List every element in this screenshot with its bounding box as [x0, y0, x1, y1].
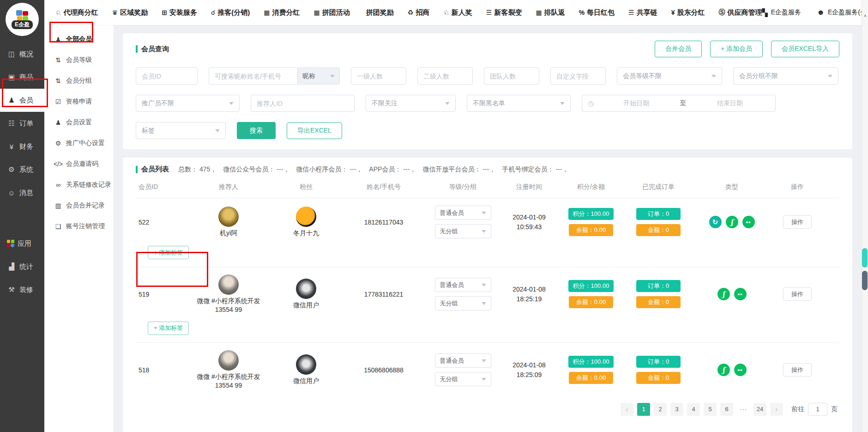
member-id-input[interactable]: [136, 67, 198, 85]
page-button-last[interactable]: 24: [753, 403, 766, 416]
submenu-all-members[interactable]: ♟全部会员: [44, 29, 114, 49]
sidebar-item-decoration[interactable]: ⚒ 装修: [0, 278, 44, 301]
topnav-consume-dividend[interactable]: ▦消费分红: [264, 8, 300, 17]
avatar[interactable]: [218, 350, 239, 371]
avatar[interactable]: [218, 274, 239, 295]
page-button-3[interactable]: 3: [670, 403, 683, 416]
add-tag-button[interactable]: + 添加标签: [148, 246, 189, 259]
brand-logo[interactable]: E企盈: [6, 3, 39, 36]
submenu-relation-log[interactable]: ∞关系链修改记录: [44, 174, 114, 195]
group-select[interactable]: 无分组: [435, 224, 491, 238]
topnav-supplier-mgmt[interactable]: Ⓢ供应商管理: [718, 8, 762, 17]
miniprogram-icon[interactable]: ʃ: [726, 216, 738, 228]
topnav-shareholder-dividend[interactable]: ¥股东分红: [671, 8, 705, 17]
export-excel-button[interactable]: 导出EXCEL: [287, 122, 342, 139]
scroll-up-icon[interactable]: ▲: [862, 13, 868, 18]
topnav-queue-return[interactable]: ▦排队返: [536, 8, 565, 17]
prev-page-button[interactable]: ‹: [621, 403, 633, 416]
start-date-placeholder[interactable]: 开始日期: [597, 99, 676, 108]
topnav-investment[interactable]: ♻招商: [408, 8, 430, 17]
service-menu[interactable]: ▚E企盈服务: [762, 8, 801, 17]
sidebar-item-messages[interactable]: ☺ 消息: [0, 181, 44, 204]
sidebar-item-finance[interactable]: ¥ 财务: [0, 135, 44, 158]
open-platform-icon[interactable]: ↻: [709, 216, 722, 228]
wechat-icon[interactable]: ••: [734, 364, 747, 376]
wechat-icon[interactable]: ••: [742, 216, 755, 228]
submenu-qualification[interactable]: ☑资格申请: [44, 91, 114, 112]
scroll-widget-teal[interactable]: [862, 248, 868, 268]
keyword-type-select[interactable]: 昵称: [297, 67, 340, 85]
page-button-5[interactable]: 5: [704, 403, 717, 416]
topnav-region-reward[interactable]: ♛区域奖励: [112, 8, 148, 17]
search-button[interactable]: 搜索: [237, 122, 276, 139]
topnav-agent-dividend[interactable]: ♘代理商分红: [55, 8, 98, 17]
level-select[interactable]: 普通会员: [435, 206, 491, 220]
topnav-newcomer-award[interactable]: ♘新人奖: [443, 8, 472, 17]
topnav-group-reward[interactable]: 拼团奖励: [364, 8, 394, 17]
row-action-button[interactable]: 操作: [783, 363, 812, 377]
level2-count-input[interactable]: [417, 67, 473, 85]
tag-select[interactable]: 标签: [136, 122, 226, 139]
end-date-placeholder[interactable]: 结束日期: [690, 99, 770, 108]
jump-page-input[interactable]: [808, 403, 827, 416]
scroll-widget-gray[interactable]: [862, 271, 868, 290]
page-button-6[interactable]: 6: [720, 403, 733, 416]
topnav-new-customer[interactable]: ☰新客裂变: [486, 8, 522, 17]
date-range-picker[interactable]: ◷ 开始日期 至 结束日期: [582, 95, 776, 112]
add-tag-button[interactable]: + 添加标签: [148, 322, 189, 335]
page-scrollbar[interactable]: ▲: [862, 0, 868, 432]
topnav-group-activity[interactable]: ▦拼团活动: [314, 8, 350, 17]
topnav-share-chain[interactable]: ☰共享链: [628, 8, 657, 17]
excel-import-button[interactable]: 会员EXCEL导入: [771, 41, 839, 57]
sidebar-item-apps[interactable]: 应用: [0, 232, 44, 255]
merge-members-button[interactable]: 合并会员: [655, 41, 702, 57]
blacklist-select[interactable]: 不限黑名单: [467, 95, 571, 112]
team-count-input[interactable]: [484, 67, 539, 85]
miniprogram-icon[interactable]: ʃ: [717, 364, 730, 376]
member-level-select[interactable]: 会员等级不限: [617, 67, 722, 85]
table-row: 518 微微 #小程序系统开发13554 99 微信用户 15086806888…: [136, 343, 839, 395]
topnav-promoter[interactable]: ☌推客(分销): [211, 8, 250, 17]
submenu-member-level[interactable]: ⇅会员等级: [44, 49, 114, 70]
add-member-button[interactable]: + 添加会员: [710, 41, 763, 57]
wechat-icon[interactable]: ••: [734, 288, 747, 300]
page-button-1[interactable]: 1: [637, 403, 650, 416]
submenu-invite-code[interactable]: </>会员邀请码: [44, 153, 114, 174]
submenu-merge-log[interactable]: ▥会员合并记录: [44, 195, 114, 216]
follow-select[interactable]: 不限关注: [366, 95, 456, 112]
group-select[interactable]: 无分组: [435, 296, 491, 310]
avatar[interactable]: [296, 279, 316, 299]
submenu-promotion-settings[interactable]: ⚙推广中心设置: [44, 133, 114, 153]
miniprogram-icon[interactable]: ʃ: [717, 288, 730, 300]
promoter-select[interactable]: 推广员不限: [136, 95, 240, 112]
avatar[interactable]: [218, 207, 239, 227]
sidebar-item-goods[interactable]: ▣ 商品: [0, 66, 44, 89]
submenu-member-group[interactable]: ⇅会员分组: [44, 70, 114, 91]
sidebar-item-orders[interactable]: ☷ 订单: [0, 112, 44, 135]
row-action-button[interactable]: 操作: [783, 215, 812, 229]
referrer-id-input[interactable]: [251, 95, 355, 112]
member-group-select[interactable]: 会员分组不限: [733, 67, 838, 85]
level-select[interactable]: 普通会员: [435, 278, 491, 292]
avatar[interactable]: [296, 207, 316, 227]
account-menu[interactable]: ☻E企盈服务(公众号管理员): [817, 8, 868, 17]
ellipsis-pages[interactable]: ···: [737, 403, 750, 416]
group-select[interactable]: 无分组: [435, 372, 491, 386]
sidebar-item-statistics[interactable]: ▟ 统计: [0, 255, 44, 278]
topnav-install-service[interactable]: ⊞安装服务: [162, 8, 197, 17]
next-page-button[interactable]: ›: [770, 403, 783, 416]
level-select[interactable]: 普通会员: [435, 353, 491, 368]
level1-count-input[interactable]: [351, 67, 406, 85]
row-action-button[interactable]: 操作: [783, 287, 812, 301]
sidebar-item-overview[interactable]: ◫ 概况: [0, 43, 44, 66]
sidebar-item-members[interactable]: ♟ 会员: [0, 89, 44, 112]
submenu-account-cancel[interactable]: ❏账号注销管理: [44, 216, 114, 237]
page-button-2[interactable]: 2: [654, 403, 667, 416]
topnav-daily-redpacket[interactable]: %每日红包: [579, 8, 615, 17]
avatar[interactable]: [296, 354, 316, 375]
submenu-member-settings[interactable]: ♟会员设置: [44, 112, 114, 133]
keyword-input[interactable]: [209, 67, 297, 85]
custom-field-input[interactable]: [550, 67, 606, 85]
sidebar-item-system[interactable]: ⚙ 系统: [0, 158, 44, 181]
page-button-4[interactable]: 4: [687, 403, 700, 416]
